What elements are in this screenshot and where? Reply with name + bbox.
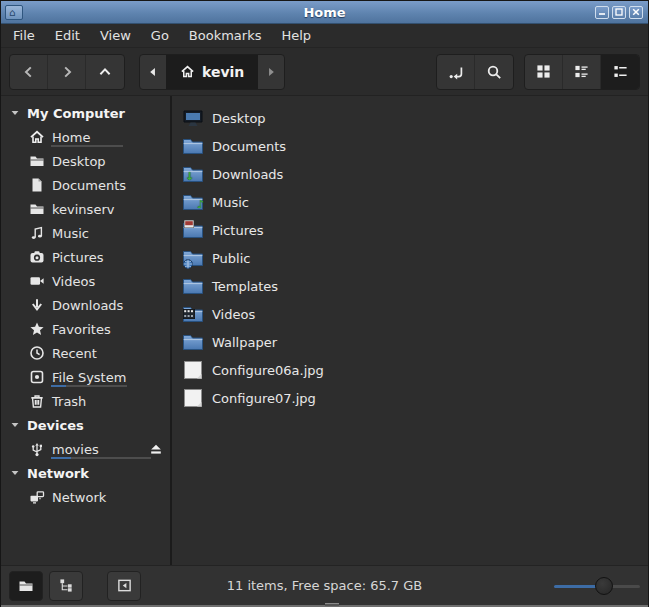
sidebar-item-movies[interactable]: movies [1, 437, 170, 461]
path-segment-kevin[interactable]: kevin [166, 55, 258, 89]
sidebar-item-network[interactable]: Network [1, 485, 170, 509]
open-location-icon [448, 64, 464, 80]
file-row-music[interactable]: ♪ Music [182, 188, 648, 216]
detailed-list-view-icon [574, 64, 589, 79]
sidebar-item-downloads[interactable]: Downloads [1, 293, 170, 317]
sidebar-item-videos[interactable]: Videos [1, 269, 170, 293]
window-controls [595, 6, 643, 19]
file-row-templates[interactable]: Templates [182, 272, 648, 300]
up-icon [97, 64, 113, 80]
folder-download-icon: ↓ [182, 163, 204, 185]
shortcuts-pane-button[interactable] [9, 571, 43, 601]
window-title: Home [1, 5, 648, 20]
up-button[interactable] [86, 55, 124, 89]
panel-toggle-icon [117, 578, 132, 593]
menu-file[interactable]: File [3, 25, 45, 46]
section-label: Network [27, 466, 89, 481]
sidebar-item-recent[interactable]: Recent [1, 341, 170, 365]
side-pane: My Computer Home Desktop Documents kevin… [1, 96, 172, 565]
sidebar-item-home[interactable]: Home [1, 125, 170, 149]
file-manager-window: ⌂ Home File Edit View Go Bookmarks Help … [0, 0, 649, 607]
file-row-downloads[interactable]: ↓ Downloads [182, 160, 648, 188]
icons-view-button[interactable] [525, 55, 563, 89]
file-row-videos[interactable]: Videos [182, 300, 648, 328]
folder-icon [29, 201, 45, 217]
close-icon [632, 8, 640, 16]
tree-pane-button[interactable] [49, 571, 83, 601]
trash-icon [29, 393, 45, 409]
toolbar: kevin [1, 48, 648, 96]
minimize-button[interactable] [595, 6, 609, 19]
sidebar-item-documents[interactable]: Documents [1, 173, 170, 197]
menu-bookmarks[interactable]: Bookmarks [179, 25, 272, 46]
path-bar: kevin [139, 54, 285, 90]
navigation-group [9, 54, 125, 90]
forward-icon [59, 64, 75, 80]
camera-icon [29, 249, 45, 265]
sidebar-item-kevinserv[interactable]: kevinserv [1, 197, 170, 221]
hide-side-pane-button[interactable] [107, 571, 141, 601]
sidebar-item-favorites[interactable]: Favorites [1, 317, 170, 341]
close-button[interactable] [629, 6, 643, 19]
content-area: My Computer Home Desktop Documents kevin… [1, 96, 648, 565]
search-icon [486, 64, 502, 80]
file-row-documents[interactable]: Documents [182, 132, 648, 160]
forward-button[interactable] [48, 55, 86, 89]
zoom-slider-knob[interactable] [595, 577, 613, 595]
menu-go[interactable]: Go [141, 25, 179, 46]
titlebar[interactable]: ⌂ Home [1, 1, 648, 24]
maximize-button[interactable] [612, 6, 626, 19]
menu-edit[interactable]: Edit [45, 25, 90, 46]
back-icon [21, 64, 37, 80]
sidebar-section-network[interactable]: Network [1, 461, 170, 485]
back-button[interactable] [10, 55, 48, 89]
file-row-public[interactable]: Public [182, 244, 648, 272]
eject-icon [148, 441, 164, 457]
image-file-icon [182, 359, 204, 381]
search-button[interactable] [475, 55, 513, 89]
usage-bar [51, 385, 127, 387]
section-label: Devices [27, 418, 84, 433]
caret-down-icon [9, 107, 21, 119]
file-row-configure07[interactable]: Configure07.jpg [182, 384, 648, 412]
sidebar-section-devices[interactable]: Devices [1, 413, 170, 437]
view-switcher-group [524, 54, 640, 90]
detailed-list-view-button[interactable] [563, 55, 601, 89]
folder-icon [29, 153, 45, 169]
file-row-configure06a[interactable]: Configure06a.jpg [182, 356, 648, 384]
sidebar-item-pictures[interactable]: Pictures [1, 245, 170, 269]
eject-button[interactable] [148, 441, 164, 457]
file-list: Desktop Documents ↓ Downloads ♪ Music Pi… [172, 96, 648, 565]
path-scroll-right-button[interactable] [258, 55, 284, 89]
sidebar-item-trash[interactable]: Trash [1, 389, 170, 413]
file-row-pictures[interactable]: Pictures [182, 216, 648, 244]
compact-list-view-icon [613, 64, 628, 79]
document-icon [29, 177, 45, 193]
menu-help[interactable]: Help [271, 25, 321, 46]
file-row-wallpaper[interactable]: Wallpaper [182, 328, 648, 356]
status-text: 11 items, Free space: 65.7 GB [1, 578, 648, 593]
menubar: File Edit View Go Bookmarks Help [1, 24, 648, 48]
sidebar-section-my-computer[interactable]: My Computer [1, 101, 170, 125]
sidebar-item-music[interactable]: Music [1, 221, 170, 245]
drive-icon [29, 369, 45, 385]
menu-view[interactable]: View [90, 25, 141, 46]
folder-pictures-icon [182, 219, 204, 241]
home-icon [180, 64, 195, 79]
sidebar-item-desktop[interactable]: Desktop [1, 149, 170, 173]
triangle-right-icon [264, 65, 278, 79]
sidebar-item-file-system[interactable]: File System [1, 365, 170, 389]
folder-videos-icon [182, 303, 204, 325]
zoom-slider[interactable] [554, 576, 640, 596]
minimize-icon [598, 8, 606, 16]
file-row-desktop[interactable]: Desktop [182, 104, 648, 132]
folder-music-icon: ♪ [182, 191, 204, 213]
toolbar-right [436, 54, 640, 90]
open-location-button[interactable] [437, 55, 475, 89]
caret-down-icon [9, 419, 21, 431]
folder-icon [182, 135, 204, 157]
path-scroll-left-button[interactable] [140, 55, 166, 89]
compact-list-view-button[interactable] [601, 55, 639, 89]
resize-grip[interactable] [325, 603, 339, 606]
tree-view-icon [59, 578, 74, 593]
